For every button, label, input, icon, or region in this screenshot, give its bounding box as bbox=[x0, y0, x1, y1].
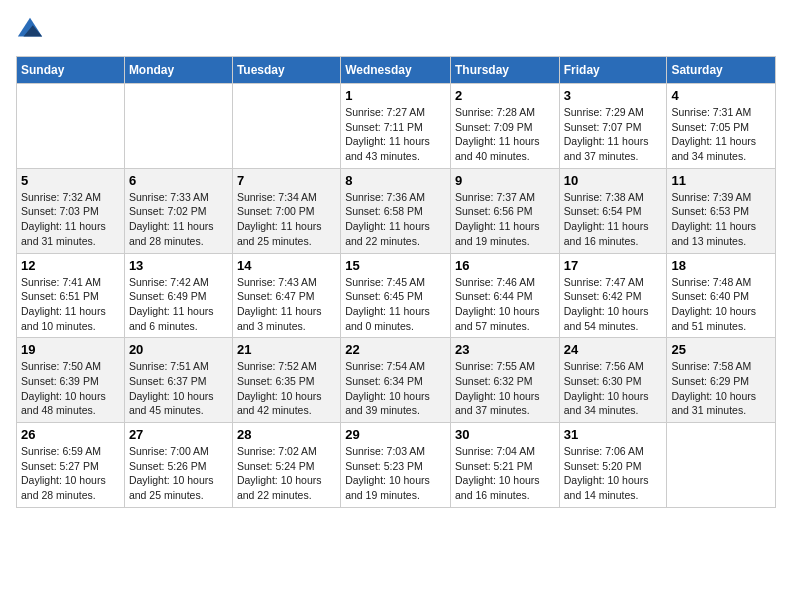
day-info: Sunrise: 7:04 AM Sunset: 5:21 PM Dayligh… bbox=[455, 444, 555, 503]
day-number: 3 bbox=[564, 88, 663, 103]
calendar-cell: 24Sunrise: 7:56 AM Sunset: 6:30 PM Dayli… bbox=[559, 338, 667, 423]
calendar-cell: 18Sunrise: 7:48 AM Sunset: 6:40 PM Dayli… bbox=[667, 253, 776, 338]
day-number: 13 bbox=[129, 258, 228, 273]
calendar-cell: 28Sunrise: 7:02 AM Sunset: 5:24 PM Dayli… bbox=[232, 423, 340, 508]
day-info: Sunrise: 7:37 AM Sunset: 6:56 PM Dayligh… bbox=[455, 190, 555, 249]
day-info: Sunrise: 7:43 AM Sunset: 6:47 PM Dayligh… bbox=[237, 275, 336, 334]
day-info: Sunrise: 7:31 AM Sunset: 7:05 PM Dayligh… bbox=[671, 105, 771, 164]
day-info: Sunrise: 7:33 AM Sunset: 7:02 PM Dayligh… bbox=[129, 190, 228, 249]
day-info: Sunrise: 7:32 AM Sunset: 7:03 PM Dayligh… bbox=[21, 190, 120, 249]
day-number: 18 bbox=[671, 258, 771, 273]
calendar-cell: 11Sunrise: 7:39 AM Sunset: 6:53 PM Dayli… bbox=[667, 168, 776, 253]
day-info: Sunrise: 7:47 AM Sunset: 6:42 PM Dayligh… bbox=[564, 275, 663, 334]
page-header bbox=[16, 16, 776, 44]
calendar-cell bbox=[17, 84, 125, 169]
day-number: 14 bbox=[237, 258, 336, 273]
day-info: Sunrise: 7:41 AM Sunset: 6:51 PM Dayligh… bbox=[21, 275, 120, 334]
calendar-cell: 13Sunrise: 7:42 AM Sunset: 6:49 PM Dayli… bbox=[124, 253, 232, 338]
day-number: 12 bbox=[21, 258, 120, 273]
day-info: Sunrise: 7:45 AM Sunset: 6:45 PM Dayligh… bbox=[345, 275, 446, 334]
day-number: 6 bbox=[129, 173, 228, 188]
day-number: 23 bbox=[455, 342, 555, 357]
day-info: Sunrise: 7:58 AM Sunset: 6:29 PM Dayligh… bbox=[671, 359, 771, 418]
calendar-cell bbox=[232, 84, 340, 169]
day-info: Sunrise: 7:02 AM Sunset: 5:24 PM Dayligh… bbox=[237, 444, 336, 503]
calendar-cell: 17Sunrise: 7:47 AM Sunset: 6:42 PM Dayli… bbox=[559, 253, 667, 338]
day-info: Sunrise: 7:06 AM Sunset: 5:20 PM Dayligh… bbox=[564, 444, 663, 503]
calendar-cell bbox=[667, 423, 776, 508]
day-info: Sunrise: 7:56 AM Sunset: 6:30 PM Dayligh… bbox=[564, 359, 663, 418]
day-info: Sunrise: 7:34 AM Sunset: 7:00 PM Dayligh… bbox=[237, 190, 336, 249]
calendar-cell bbox=[124, 84, 232, 169]
day-header-tuesday: Tuesday bbox=[232, 57, 340, 84]
day-info: Sunrise: 7:27 AM Sunset: 7:11 PM Dayligh… bbox=[345, 105, 446, 164]
day-number: 28 bbox=[237, 427, 336, 442]
day-number: 20 bbox=[129, 342, 228, 357]
day-header-thursday: Thursday bbox=[450, 57, 559, 84]
day-info: Sunrise: 7:52 AM Sunset: 6:35 PM Dayligh… bbox=[237, 359, 336, 418]
calendar-cell: 29Sunrise: 7:03 AM Sunset: 5:23 PM Dayli… bbox=[341, 423, 451, 508]
day-info: Sunrise: 7:03 AM Sunset: 5:23 PM Dayligh… bbox=[345, 444, 446, 503]
day-number: 31 bbox=[564, 427, 663, 442]
day-number: 4 bbox=[671, 88, 771, 103]
day-info: Sunrise: 7:29 AM Sunset: 7:07 PM Dayligh… bbox=[564, 105, 663, 164]
day-header-wednesday: Wednesday bbox=[341, 57, 451, 84]
calendar-table: SundayMondayTuesdayWednesdayThursdayFrid… bbox=[16, 56, 776, 508]
day-number: 27 bbox=[129, 427, 228, 442]
day-info: Sunrise: 7:46 AM Sunset: 6:44 PM Dayligh… bbox=[455, 275, 555, 334]
week-row-3: 12Sunrise: 7:41 AM Sunset: 6:51 PM Dayli… bbox=[17, 253, 776, 338]
logo bbox=[16, 16, 48, 44]
calendar-cell: 7Sunrise: 7:34 AM Sunset: 7:00 PM Daylig… bbox=[232, 168, 340, 253]
week-row-1: 1Sunrise: 7:27 AM Sunset: 7:11 PM Daylig… bbox=[17, 84, 776, 169]
day-info: Sunrise: 7:50 AM Sunset: 6:39 PM Dayligh… bbox=[21, 359, 120, 418]
calendar-cell: 12Sunrise: 7:41 AM Sunset: 6:51 PM Dayli… bbox=[17, 253, 125, 338]
day-number: 22 bbox=[345, 342, 446, 357]
day-info: Sunrise: 7:36 AM Sunset: 6:58 PM Dayligh… bbox=[345, 190, 446, 249]
day-header-friday: Friday bbox=[559, 57, 667, 84]
calendar-cell: 15Sunrise: 7:45 AM Sunset: 6:45 PM Dayli… bbox=[341, 253, 451, 338]
calendar-cell: 19Sunrise: 7:50 AM Sunset: 6:39 PM Dayli… bbox=[17, 338, 125, 423]
day-info: Sunrise: 7:00 AM Sunset: 5:26 PM Dayligh… bbox=[129, 444, 228, 503]
day-header-sunday: Sunday bbox=[17, 57, 125, 84]
calendar-cell: 26Sunrise: 6:59 AM Sunset: 5:27 PM Dayli… bbox=[17, 423, 125, 508]
calendar-cell: 2Sunrise: 7:28 AM Sunset: 7:09 PM Daylig… bbox=[450, 84, 559, 169]
day-info: Sunrise: 7:28 AM Sunset: 7:09 PM Dayligh… bbox=[455, 105, 555, 164]
week-row-4: 19Sunrise: 7:50 AM Sunset: 6:39 PM Dayli… bbox=[17, 338, 776, 423]
calendar-cell: 22Sunrise: 7:54 AM Sunset: 6:34 PM Dayli… bbox=[341, 338, 451, 423]
calendar-cell: 4Sunrise: 7:31 AM Sunset: 7:05 PM Daylig… bbox=[667, 84, 776, 169]
day-info: Sunrise: 7:54 AM Sunset: 6:34 PM Dayligh… bbox=[345, 359, 446, 418]
day-number: 25 bbox=[671, 342, 771, 357]
day-number: 15 bbox=[345, 258, 446, 273]
calendar-cell: 21Sunrise: 7:52 AM Sunset: 6:35 PM Dayli… bbox=[232, 338, 340, 423]
calendar-cell: 3Sunrise: 7:29 AM Sunset: 7:07 PM Daylig… bbox=[559, 84, 667, 169]
day-info: Sunrise: 7:55 AM Sunset: 6:32 PM Dayligh… bbox=[455, 359, 555, 418]
day-number: 2 bbox=[455, 88, 555, 103]
calendar-cell: 16Sunrise: 7:46 AM Sunset: 6:44 PM Dayli… bbox=[450, 253, 559, 338]
day-number: 8 bbox=[345, 173, 446, 188]
day-number: 9 bbox=[455, 173, 555, 188]
day-info: Sunrise: 7:38 AM Sunset: 6:54 PM Dayligh… bbox=[564, 190, 663, 249]
day-number: 21 bbox=[237, 342, 336, 357]
day-number: 30 bbox=[455, 427, 555, 442]
calendar-cell: 31Sunrise: 7:06 AM Sunset: 5:20 PM Dayli… bbox=[559, 423, 667, 508]
calendar-cell: 6Sunrise: 7:33 AM Sunset: 7:02 PM Daylig… bbox=[124, 168, 232, 253]
day-number: 1 bbox=[345, 88, 446, 103]
day-number: 7 bbox=[237, 173, 336, 188]
day-info: Sunrise: 7:39 AM Sunset: 6:53 PM Dayligh… bbox=[671, 190, 771, 249]
calendar-cell: 9Sunrise: 7:37 AM Sunset: 6:56 PM Daylig… bbox=[450, 168, 559, 253]
calendar-cell: 27Sunrise: 7:00 AM Sunset: 5:26 PM Dayli… bbox=[124, 423, 232, 508]
calendar-cell: 25Sunrise: 7:58 AM Sunset: 6:29 PM Dayli… bbox=[667, 338, 776, 423]
calendar-cell: 5Sunrise: 7:32 AM Sunset: 7:03 PM Daylig… bbox=[17, 168, 125, 253]
calendar-cell: 1Sunrise: 7:27 AM Sunset: 7:11 PM Daylig… bbox=[341, 84, 451, 169]
day-header-saturday: Saturday bbox=[667, 57, 776, 84]
day-header-monday: Monday bbox=[124, 57, 232, 84]
header-row: SundayMondayTuesdayWednesdayThursdayFrid… bbox=[17, 57, 776, 84]
day-number: 19 bbox=[21, 342, 120, 357]
calendar-cell: 10Sunrise: 7:38 AM Sunset: 6:54 PM Dayli… bbox=[559, 168, 667, 253]
day-info: Sunrise: 7:51 AM Sunset: 6:37 PM Dayligh… bbox=[129, 359, 228, 418]
day-number: 5 bbox=[21, 173, 120, 188]
day-number: 10 bbox=[564, 173, 663, 188]
calendar-cell: 8Sunrise: 7:36 AM Sunset: 6:58 PM Daylig… bbox=[341, 168, 451, 253]
calendar-cell: 20Sunrise: 7:51 AM Sunset: 6:37 PM Dayli… bbox=[124, 338, 232, 423]
day-number: 17 bbox=[564, 258, 663, 273]
